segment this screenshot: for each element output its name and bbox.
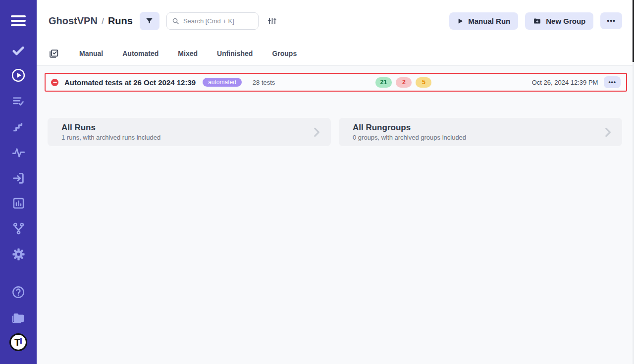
view-settings-sliders-icon[interactable] (267, 16, 277, 26)
header: GhostVPN / Runs Manual Run New Group ••• (37, 0, 634, 42)
logo-circle-icon: T (9, 333, 27, 351)
chevron-right-icon (601, 126, 614, 139)
breadcrumb: GhostVPN / Runs (49, 15, 133, 27)
new-group-label: New Group (546, 17, 585, 25)
run-row-right: Oct 26, 2024 12:39 PM ••• (532, 76, 621, 88)
filter-button[interactable] (140, 12, 159, 30)
breadcrumb-separator: / (102, 16, 104, 27)
sidebar: T (0, 0, 37, 364)
header-more-button[interactable]: ••• (600, 12, 622, 29)
tests-check-icon[interactable] (0, 44, 37, 57)
run-timestamp: Oct 26, 2024 12:39 PM (532, 79, 598, 86)
breadcrumb-project[interactable]: GhostVPN (49, 15, 98, 27)
all-rungroups-subtitle: 0 groups, with archived groups included (353, 134, 466, 141)
folder-plus-icon (533, 17, 541, 25)
select-runs-icon[interactable] (49, 49, 59, 59)
main-area: GhostVPN / Runs Manual Run New Group ••• (37, 0, 634, 364)
play-icon (457, 18, 464, 24)
ellipsis-icon: ••• (607, 17, 616, 25)
app-logo[interactable]: T (0, 333, 37, 351)
chevron-right-icon (310, 126, 323, 139)
run-status-stop-icon (51, 79, 58, 86)
search-input[interactable] (183, 17, 248, 25)
search-icon (172, 17, 179, 25)
new-group-button[interactable]: New Group (525, 12, 593, 30)
pulse-icon[interactable] (0, 146, 37, 159)
tab-mixed[interactable]: Mixed (178, 50, 198, 57)
manual-run-button[interactable]: Manual Run (449, 12, 518, 30)
branch-icon[interactable] (0, 222, 37, 235)
test-plans-list-check-icon[interactable] (0, 95, 37, 108)
tab-groups[interactable]: Groups (272, 50, 297, 57)
all-rungroups-card-text: All Rungroups 0 groups, with archived gr… (353, 123, 466, 141)
passed-count-badge: 21 (375, 77, 392, 88)
steps-icon[interactable] (0, 120, 37, 133)
summary-cards: All Runs 1 runs, with archived runs incl… (48, 118, 622, 146)
logo-tick (20, 338, 22, 344)
search-box[interactable] (166, 12, 259, 30)
tab-unfinished[interactable]: Unfinished (217, 50, 253, 57)
bar-chart-icon[interactable] (0, 197, 37, 210)
runs-play-circle-icon[interactable] (0, 68, 37, 83)
tabs-bar: Manual Automated Mixed Unfinished Groups (37, 42, 634, 66)
manual-run-label: Manual Run (468, 17, 510, 25)
all-runs-card-text: All Runs 1 runs, with archived runs incl… (61, 123, 160, 141)
run-more-button[interactable]: ••• (604, 76, 621, 88)
breadcrumb-page: Runs (108, 15, 133, 27)
gear-icon[interactable] (0, 247, 37, 261)
menu-icon[interactable] (0, 13, 37, 29)
help-icon[interactable] (0, 285, 37, 299)
all-runs-card[interactable]: All Runs 1 runs, with archived runs incl… (48, 118, 331, 146)
run-title[interactable]: Automated tests at 26 Oct 2024 12:39 (64, 78, 196, 87)
ellipsis-icon: ••• (608, 79, 616, 86)
all-rungroups-card[interactable]: All Rungroups 0 groups, with archived gr… (339, 118, 622, 146)
run-tests-count: 28 tests (253, 79, 275, 86)
all-rungroups-title: All Rungroups (353, 123, 466, 133)
folder-icon[interactable] (0, 311, 37, 325)
run-type-badge: automated (203, 78, 242, 87)
run-row[interactable]: Automated tests at 26 Oct 2024 12:39 aut… (45, 73, 627, 92)
skipped-count-badge: 5 (416, 77, 431, 88)
tab-automated[interactable]: Automated (122, 50, 158, 57)
all-runs-subtitle: 1 runs, with archived runs included (61, 134, 160, 141)
sign-in-icon[interactable] (0, 171, 37, 185)
tab-manual[interactable]: Manual (79, 50, 103, 57)
funnel-icon (145, 17, 154, 25)
all-runs-title: All Runs (61, 123, 160, 133)
run-result-pills: 21 2 5 (375, 77, 432, 88)
failed-count-badge: 2 (396, 77, 412, 88)
content: Automated tests at 26 Oct 2024 12:39 aut… (37, 66, 634, 364)
